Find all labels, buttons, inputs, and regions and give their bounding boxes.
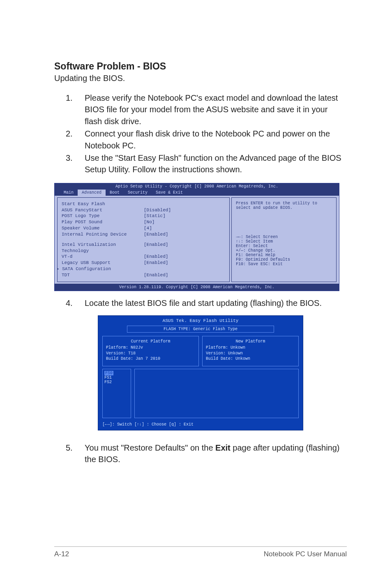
steps-top: 1.Please verify the Notebook PC's exact … [66, 92, 347, 176]
bios-option: POST Logo Type[Static] [62, 213, 225, 219]
bios-key-hint: F1: General Help [236, 253, 332, 257]
bios-option: Internal Pointing Device[Enabled] [62, 231, 225, 238]
version-line: Version: T18 [106, 351, 195, 356]
bios-tab-security: Security [124, 190, 152, 196]
manual-title: Notebook PC User Manual [264, 550, 347, 558]
version-line: Version: Unkown [206, 351, 295, 356]
fs-item-selected: FS0 [104, 371, 113, 375]
bios-left-panel: Start Easy Flash ASUS FancyStart[Disable… [57, 197, 230, 282]
bios-key-hint: F10: Save ESC: Exit [236, 262, 332, 266]
bios-key-hint: →←: Select Screen [236, 235, 332, 239]
flash-lower: FS0 FS1 FS2 [102, 369, 299, 418]
bios-option: ASUS FancyStart[Disabled] [62, 207, 225, 213]
step-text: Use the "Start Easy Flash" function on t… [85, 152, 347, 176]
bios-tab-advanced: Advanced [78, 190, 106, 196]
panel-title: Current Platform [106, 339, 195, 345]
step-item: 5. You must "Restore Defaults" on the Ex… [66, 442, 347, 465]
bios-tab-boot: Boot [106, 190, 124, 196]
fs-list-box: FS0 FS1 FS2 [102, 369, 131, 418]
bios-option: Intel Virtualization Technology[Enabled] [62, 242, 225, 254]
bios-body: Start Easy Flash ASUS FancyStart[Disable… [55, 196, 339, 284]
page-number: A-12 [54, 550, 69, 558]
bios-key-hint: +/—: Change Opt. [236, 248, 332, 253]
bios-tab-main: Main [60, 190, 78, 196]
flash-key-hints: [←→]: Switch [↑↓] : Choose [q] : Exit [102, 422, 299, 427]
flash-utility-screenshot: ASUS Tek. Easy Flash Utility FLASH TYPE:… [98, 315, 303, 430]
step-number: 5. [66, 442, 85, 465]
bios-right-panel: Press ENTER to run the utility to select… [231, 197, 337, 282]
flash-type: FLASH TYPE: Generic Flash Type [127, 326, 274, 333]
bios-header: Aptio Setup Utility - Copyright [C] 2008… [55, 183, 339, 190]
build-line: Build Date: Unkown [206, 356, 295, 362]
step-number: 2. [66, 128, 85, 151]
current-platform-panel: Current Platform Platform: N82Jv Version… [102, 336, 199, 366]
bios-key-hint: Enter: Select [236, 244, 332, 248]
bios-key-hint: ↑↓: Select Item [236, 239, 332, 244]
panel-title: New Platform [206, 339, 295, 345]
step-text: You must "Restore Defaults" on the Exit … [85, 442, 347, 465]
platform-line: Platform: Unkown [206, 345, 295, 351]
bios-key-hint: F9: Optimized Defaults [236, 257, 332, 262]
bios-option: TDT[Enabled] [62, 272, 225, 278]
flash-title: ASUS Tek. Easy Flash Utility [102, 318, 299, 323]
bios-option: Start Easy Flash [62, 201, 225, 207]
file-list-box [134, 369, 299, 418]
step-text: Locate the latest BIOS file and start up… [85, 298, 322, 308]
step-item: 1.Please verify the Notebook PC's exact … [66, 92, 347, 127]
bios-tab-save-exit: Save & Exit [152, 190, 187, 196]
flash-panels: Current Platform Platform: N82Jv Version… [102, 336, 299, 366]
step-item: 3.Use the "Start Easy Flash" function on… [66, 152, 347, 176]
bios-footer: Version 1.28.1119. Copyright [C] 2008 Am… [55, 284, 339, 291]
new-platform-panel: New Platform Platform: Unkown Version: U… [202, 336, 299, 366]
step-number: 4. [66, 298, 85, 308]
page-footer: A-12 Notebook PC User Manual [54, 546, 347, 558]
step-item: 2.Connect your flash disk drive to the N… [66, 128, 347, 151]
platform-line: Platform: N82Jv [106, 345, 195, 351]
fs-item: FS1 [104, 375, 112, 380]
step-item: 4. Locate the latest BIOS file and start… [66, 298, 347, 308]
bold-exit: Exit [215, 443, 231, 452]
page: Software Problem - BIOS Updating the BIO… [0, 0, 392, 583]
subtitle: Updating the BIOS. [54, 74, 347, 83]
bios-option: Legacy USB Support[Enabled] [62, 260, 225, 266]
step-number: 1. [66, 92, 85, 127]
bios-option-selected: SATA Configuration [62, 266, 225, 272]
bios-option: Play POST Sound[No] [62, 219, 225, 225]
page-title: Software Problem - BIOS [54, 61, 347, 72]
bios-help-text: Press ENTER to run the utility to select… [236, 201, 332, 210]
step-text: Please verify the Notebook PC's exact mo… [85, 92, 347, 127]
bios-option: VT-d[Enabled] [62, 254, 225, 260]
step-text: Connect your flash disk drive to the Not… [85, 128, 347, 151]
bios-screenshot: Aptio Setup Utility - Copyright [C] 2008… [54, 183, 339, 291]
step-number: 3. [66, 152, 85, 176]
build-line: Build Date: Jan 7 2010 [106, 356, 195, 362]
bios-option: Speaker Volume[4] [62, 225, 225, 231]
bios-tabs: Main Advanced Boot Security Save & Exit [55, 190, 339, 196]
fs-item: FS2 [104, 380, 112, 384]
